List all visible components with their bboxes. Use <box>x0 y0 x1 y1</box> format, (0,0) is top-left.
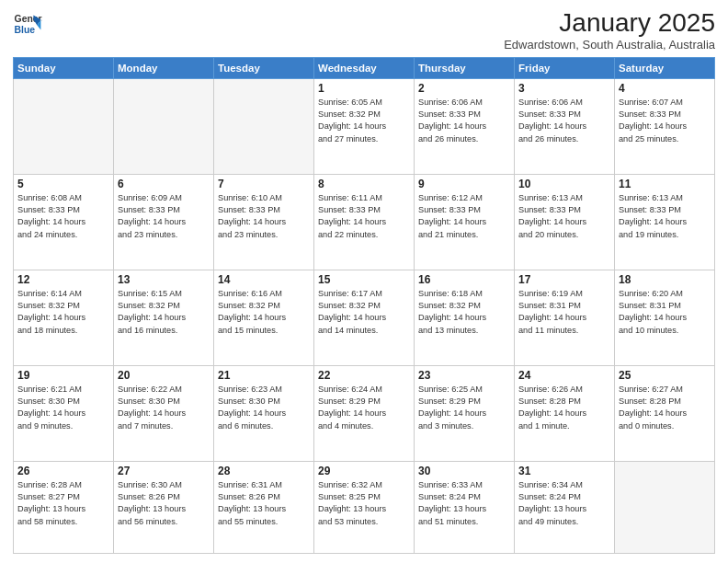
day-number: 25 <box>619 369 711 382</box>
header-tuesday: Tuesday <box>214 57 314 78</box>
day-info: Sunrise: 6:26 AM Sunset: 8:28 PM Dayligh… <box>518 384 610 432</box>
day-number: 1 <box>318 82 410 95</box>
calendar-week-1: 1Sunrise: 6:05 AM Sunset: 8:32 PM Daylig… <box>14 78 715 174</box>
calendar-week-5: 26Sunrise: 6:28 AM Sunset: 8:27 PM Dayli… <box>14 461 715 553</box>
day-number: 12 <box>17 273 109 286</box>
title-block: January 2025 Edwardstown, South Australi… <box>504 9 715 52</box>
calendar-cell: 31Sunrise: 6:34 AM Sunset: 8:24 PM Dayli… <box>515 461 615 553</box>
day-number: 28 <box>218 465 310 477</box>
day-number: 8 <box>318 178 410 190</box>
calendar-cell: 24Sunrise: 6:26 AM Sunset: 8:28 PM Dayli… <box>515 365 615 461</box>
logo-icon: General Blue <box>13 9 42 39</box>
calendar-header-row: Sunday Monday Tuesday Wednesday Thursday… <box>14 57 715 78</box>
day-info: Sunrise: 6:13 AM Sunset: 8:33 PM Dayligh… <box>619 192 711 241</box>
calendar-cell: 15Sunrise: 6:17 AM Sunset: 8:32 PM Dayli… <box>314 270 415 365</box>
calendar-week-4: 19Sunrise: 6:21 AM Sunset: 8:30 PM Dayli… <box>14 365 715 461</box>
day-number: 22 <box>318 369 410 382</box>
day-info: Sunrise: 6:13 AM Sunset: 8:33 PM Dayligh… <box>518 192 610 241</box>
calendar-cell: 14Sunrise: 6:16 AM Sunset: 8:32 PM Dayli… <box>214 270 314 365</box>
day-info: Sunrise: 6:12 AM Sunset: 8:33 PM Dayligh… <box>418 192 510 241</box>
calendar-cell <box>615 461 715 553</box>
calendar-cell: 9Sunrise: 6:12 AM Sunset: 8:33 PM Daylig… <box>415 174 515 270</box>
calendar-cell: 1Sunrise: 6:05 AM Sunset: 8:32 PM Daylig… <box>314 78 415 174</box>
day-number: 13 <box>118 273 210 286</box>
day-number: 4 <box>619 82 711 95</box>
day-info: Sunrise: 6:10 AM Sunset: 8:33 PM Dayligh… <box>218 192 310 241</box>
day-info: Sunrise: 6:17 AM Sunset: 8:32 PM Dayligh… <box>318 288 410 337</box>
day-number: 10 <box>518 178 610 190</box>
day-info: Sunrise: 6:24 AM Sunset: 8:29 PM Dayligh… <box>318 384 410 432</box>
calendar-cell: 10Sunrise: 6:13 AM Sunset: 8:33 PM Dayli… <box>515 174 615 270</box>
day-number: 26 <box>17 465 109 477</box>
page: General Blue January 2025 Edwardstown, S… <box>0 0 728 563</box>
day-info: Sunrise: 6:14 AM Sunset: 8:32 PM Dayligh… <box>17 288 109 337</box>
calendar-cell: 27Sunrise: 6:30 AM Sunset: 8:26 PM Dayli… <box>114 461 214 553</box>
day-info: Sunrise: 6:25 AM Sunset: 8:29 PM Dayligh… <box>418 384 510 432</box>
day-info: Sunrise: 6:31 AM Sunset: 8:26 PM Dayligh… <box>218 479 310 528</box>
day-info: Sunrise: 6:22 AM Sunset: 8:30 PM Dayligh… <box>118 384 210 432</box>
day-info: Sunrise: 6:06 AM Sunset: 8:33 PM Dayligh… <box>518 97 610 145</box>
day-info: Sunrise: 6:33 AM Sunset: 8:24 PM Dayligh… <box>418 479 510 528</box>
day-number: 30 <box>418 465 510 477</box>
calendar-cell <box>214 78 314 174</box>
day-info: Sunrise: 6:06 AM Sunset: 8:33 PM Dayligh… <box>418 97 510 145</box>
day-info: Sunrise: 6:34 AM Sunset: 8:24 PM Dayligh… <box>518 479 610 528</box>
header-thursday: Thursday <box>415 57 515 78</box>
calendar-cell: 21Sunrise: 6:23 AM Sunset: 8:30 PM Dayli… <box>214 365 314 461</box>
day-info: Sunrise: 6:09 AM Sunset: 8:33 PM Dayligh… <box>118 192 210 241</box>
day-number: 16 <box>418 273 510 286</box>
calendar-cell: 6Sunrise: 6:09 AM Sunset: 8:33 PM Daylig… <box>114 174 214 270</box>
calendar-cell: 28Sunrise: 6:31 AM Sunset: 8:26 PM Dayli… <box>214 461 314 553</box>
header-friday: Friday <box>515 57 615 78</box>
day-info: Sunrise: 6:18 AM Sunset: 8:32 PM Dayligh… <box>418 288 510 337</box>
day-number: 24 <box>518 369 610 382</box>
day-number: 23 <box>418 369 510 382</box>
day-info: Sunrise: 6:32 AM Sunset: 8:25 PM Dayligh… <box>318 479 410 528</box>
calendar-cell: 7Sunrise: 6:10 AM Sunset: 8:33 PM Daylig… <box>214 174 314 270</box>
calendar-cell: 4Sunrise: 6:07 AM Sunset: 8:33 PM Daylig… <box>615 78 715 174</box>
day-number: 15 <box>318 273 410 286</box>
day-number: 19 <box>17 369 109 382</box>
header-saturday: Saturday <box>615 57 715 78</box>
calendar-cell: 29Sunrise: 6:32 AM Sunset: 8:25 PM Dayli… <box>314 461 415 553</box>
day-number: 20 <box>118 369 210 382</box>
day-info: Sunrise: 6:30 AM Sunset: 8:26 PM Dayligh… <box>118 479 210 528</box>
day-info: Sunrise: 6:16 AM Sunset: 8:32 PM Dayligh… <box>218 288 310 337</box>
calendar-cell: 22Sunrise: 6:24 AM Sunset: 8:29 PM Dayli… <box>314 365 415 461</box>
calendar-cell: 19Sunrise: 6:21 AM Sunset: 8:30 PM Dayli… <box>14 365 114 461</box>
calendar-week-2: 5Sunrise: 6:08 AM Sunset: 8:33 PM Daylig… <box>14 174 715 270</box>
header: General Blue January 2025 Edwardstown, S… <box>13 9 715 52</box>
calendar-cell: 26Sunrise: 6:28 AM Sunset: 8:27 PM Dayli… <box>14 461 114 553</box>
calendar-cell: 8Sunrise: 6:11 AM Sunset: 8:33 PM Daylig… <box>314 174 415 270</box>
calendar-cell <box>14 78 114 174</box>
header-monday: Monday <box>114 57 214 78</box>
main-title: January 2025 <box>504 9 715 38</box>
calendar-cell: 18Sunrise: 6:20 AM Sunset: 8:31 PM Dayli… <box>615 270 715 365</box>
header-wednesday: Wednesday <box>314 57 415 78</box>
day-number: 9 <box>418 178 510 190</box>
calendar-cell <box>114 78 214 174</box>
day-number: 18 <box>619 273 711 286</box>
day-number: 3 <box>518 82 610 95</box>
day-info: Sunrise: 6:07 AM Sunset: 8:33 PM Dayligh… <box>619 97 711 145</box>
day-info: Sunrise: 6:27 AM Sunset: 8:28 PM Dayligh… <box>619 384 711 432</box>
day-info: Sunrise: 6:23 AM Sunset: 8:30 PM Dayligh… <box>218 384 310 432</box>
svg-text:Blue: Blue <box>15 25 36 35</box>
logo: General Blue <box>13 9 42 39</box>
header-sunday: Sunday <box>14 57 114 78</box>
day-info: Sunrise: 6:11 AM Sunset: 8:33 PM Dayligh… <box>318 192 410 241</box>
day-number: 6 <box>118 178 210 190</box>
calendar-cell: 11Sunrise: 6:13 AM Sunset: 8:33 PM Dayli… <box>615 174 715 270</box>
day-number: 7 <box>218 178 310 190</box>
day-number: 11 <box>619 178 711 190</box>
calendar-cell: 20Sunrise: 6:22 AM Sunset: 8:30 PM Dayli… <box>114 365 214 461</box>
day-number: 29 <box>318 465 410 477</box>
calendar-cell: 25Sunrise: 6:27 AM Sunset: 8:28 PM Dayli… <box>615 365 715 461</box>
day-info: Sunrise: 6:08 AM Sunset: 8:33 PM Dayligh… <box>17 192 109 241</box>
calendar-table: Sunday Monday Tuesday Wednesday Thursday… <box>13 57 715 554</box>
day-number: 5 <box>17 178 109 190</box>
calendar-cell: 5Sunrise: 6:08 AM Sunset: 8:33 PM Daylig… <box>14 174 114 270</box>
day-info: Sunrise: 6:05 AM Sunset: 8:32 PM Dayligh… <box>318 97 410 145</box>
calendar-cell: 2Sunrise: 6:06 AM Sunset: 8:33 PM Daylig… <box>415 78 515 174</box>
subtitle: Edwardstown, South Australia, Australia <box>504 38 715 52</box>
